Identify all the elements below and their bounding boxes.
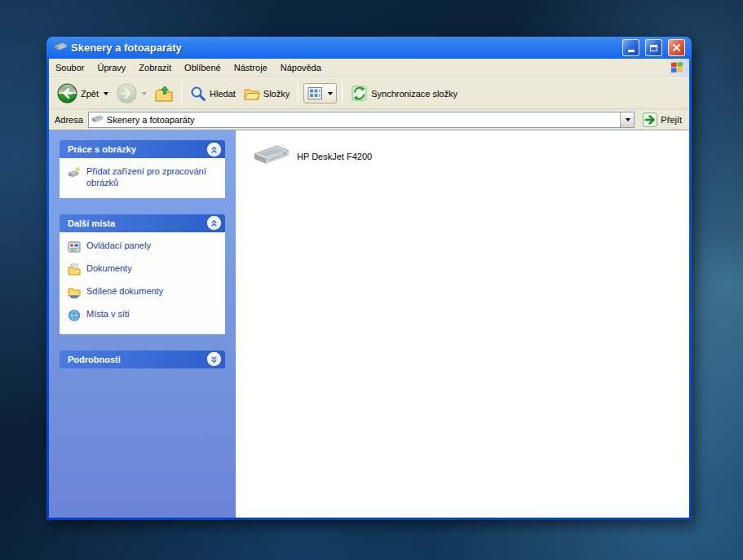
go-label: Přejít (661, 115, 682, 125)
close-icon (672, 43, 681, 52)
up-button[interactable] (152, 83, 176, 104)
back-button[interactable]: Zpět (54, 81, 112, 106)
link-network-places[interactable]: Místa v síti (68, 309, 217, 325)
folders-label: Složky (263, 89, 290, 99)
back-dropdown-icon (104, 92, 108, 95)
link-documents[interactable]: Dokumenty (68, 263, 217, 279)
panel-details-header[interactable]: Podrobnosti (60, 351, 225, 368)
menu-oblibene[interactable]: Oblíbené (178, 59, 228, 77)
sync-arrows-icon (351, 85, 368, 102)
chevron-down-double-icon (210, 355, 219, 364)
panel-other-places-header[interactable]: Další místa (60, 214, 225, 232)
views-grid-icon (307, 86, 323, 100)
link-label: Ovládací panely (86, 240, 151, 252)
toolbar-separator (298, 82, 299, 105)
folders-button[interactable]: Složky (241, 84, 293, 104)
control-panel-icon (68, 240, 81, 257)
menu-zobrazit[interactable]: Zobrazit (132, 59, 178, 77)
titlebar[interactable]: Skenery a fotoaparáty (49, 37, 689, 59)
forward-arrow-circle-icon (117, 83, 137, 104)
chevron-down-icon (626, 118, 630, 121)
task-pane: Práce s obrázky (49, 130, 236, 518)
toolbar-separator (342, 82, 343, 105)
window-title: Skenery a fotoaparáty (71, 42, 617, 54)
explorer-window: Skenery a fotoaparáty Soubor Úpravy Zobr… (46, 37, 692, 520)
address-combo[interactable]: Skenery a fotoaparáty (88, 112, 635, 128)
device-item-hp-deskjet[interactable]: HP DeskJet F4200 (252, 142, 374, 171)
panel-picture-tasks: Práce s obrázky (60, 140, 225, 198)
toolbar: Zpět (49, 77, 689, 109)
address-input[interactable]: Skenery a fotoaparáty (107, 115, 617, 125)
panel-details: Podrobnosti (60, 351, 225, 368)
task-label: Přidat zařízení pro zpracování obrázků (86, 166, 217, 189)
minimize-button[interactable] (622, 39, 639, 56)
collapse-panel-button[interactable] (207, 216, 221, 230)
scanner-icon (254, 143, 290, 170)
chevron-up-double-icon (210, 145, 219, 154)
magnifier-icon (190, 86, 206, 102)
maximize-button[interactable] (645, 39, 662, 56)
panel-other-places-body: Ovládací panely Doku (60, 232, 225, 334)
folder-view: Práce s obrázky (49, 130, 689, 518)
link-control-panel[interactable]: Ovládací panely (68, 240, 217, 257)
window-body: Soubor Úpravy Zobrazit Oblíbené Nástroje… (49, 59, 689, 518)
address-label: Adresa (55, 115, 83, 125)
sync-folder-button[interactable]: Synchronizace složky (347, 82, 461, 104)
scanner-camera-icon (54, 41, 67, 55)
minimize-icon (628, 50, 635, 52)
up-folder-icon (155, 86, 173, 102)
link-label: Dokumenty (86, 263, 132, 275)
network-places-icon (68, 309, 81, 325)
maximize-icon (650, 45, 657, 51)
menu-soubor[interactable]: Soubor (49, 59, 91, 77)
shared-documents-icon (68, 286, 81, 302)
windows-logo-icon (665, 59, 689, 77)
forward-button[interactable] (113, 81, 150, 106)
panel-picture-tasks-header[interactable]: Práce s obrázky (60, 140, 225, 158)
panel-title: Podrobnosti (68, 355, 121, 364)
link-label: Místa v síti (86, 309, 130, 320)
chevron-up-double-icon (210, 218, 219, 227)
search-button[interactable]: Hledat (187, 83, 239, 104)
go-button[interactable]: Přejít (639, 112, 685, 128)
link-shared-documents[interactable]: Sdílené dokumenty (68, 286, 217, 302)
views-dropdown-icon (328, 92, 333, 95)
task-add-imaging-device[interactable]: Přidat zařízení pro zpracování obrázků (68, 166, 217, 189)
link-label: Sdílené dokumenty (86, 286, 163, 298)
menu-upravy[interactable]: Úpravy (91, 59, 132, 77)
search-label: Hledat (210, 89, 236, 99)
open-folder-icon (244, 86, 260, 101)
add-imaging-device-icon (68, 166, 81, 182)
back-arrow-circle-icon (57, 83, 77, 104)
sync-label: Synchronizace složky (371, 89, 458, 99)
forward-dropdown-icon (142, 92, 147, 95)
panel-other-places: Další místa (60, 214, 225, 334)
close-button[interactable] (668, 39, 685, 56)
panel-title: Další místa (68, 218, 115, 228)
address-bar: Adresa Skenery a fotoaparáty (49, 109, 689, 130)
expand-panel-button[interactable] (207, 352, 221, 366)
menu-napoveda[interactable]: Nápověda (274, 59, 328, 77)
device-label: HP DeskJet F4200 (297, 152, 372, 161)
collapse-panel-button[interactable] (207, 143, 221, 157)
address-dropdown-button[interactable] (620, 112, 634, 127)
panel-title: Práce s obrázky (68, 144, 136, 154)
toolbar-separator (181, 82, 182, 105)
views-button[interactable] (303, 83, 337, 104)
address-location-icon (91, 114, 104, 126)
menu-nastroje[interactable]: Nástroje (228, 59, 274, 77)
menu-bar: Soubor Úpravy Zobrazit Oblíbené Nástroje… (49, 59, 689, 77)
documents-folder-icon (68, 263, 81, 279)
panel-picture-tasks-body: Přidat zařízení pro zpracování obrázků (60, 158, 225, 198)
go-arrow-icon (643, 112, 657, 127)
back-label: Zpět (81, 89, 99, 99)
file-list-area[interactable]: HP DeskJet F4200 (236, 130, 689, 518)
